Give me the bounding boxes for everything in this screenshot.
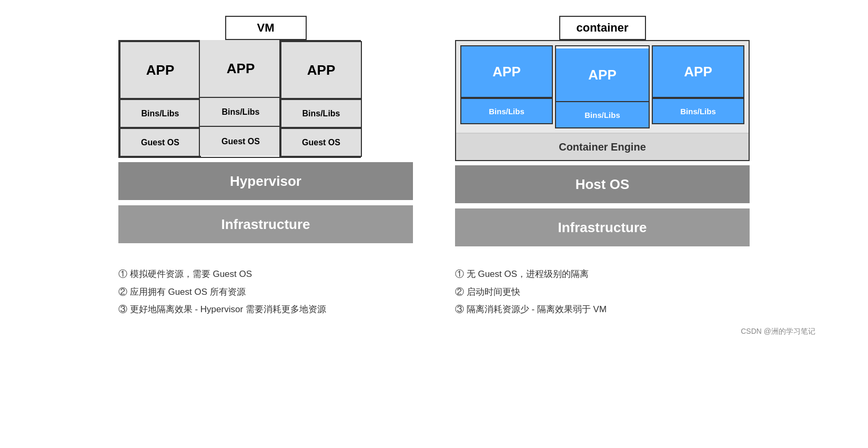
cont-bins-1: Bins/Libs <box>460 98 553 124</box>
cont-app-2: APP <box>556 48 649 101</box>
right-notes: ① 无 Guest OS，进程级别的隔离 ② 启动时间更快 ③ 隔离消耗资源少 … <box>455 267 750 316</box>
vm-app-3: APP <box>280 41 362 99</box>
right-note-1: ① 无 Guest OS，进程级别的隔离 <box>455 267 750 281</box>
left-note-1: ① 模拟硬件资源，需要 Guest OS <box>118 267 413 281</box>
vm-bins-1: Bins/Libs <box>119 99 201 128</box>
vm-app-2: APP <box>200 40 281 98</box>
container-badge: container <box>559 16 646 40</box>
container-diagram: container APP Bins/Libs <box>455 16 750 246</box>
right-note-2: ② 启动时间更快 <box>455 285 750 299</box>
left-note-3: ③ 更好地隔离效果 - Hypervisor 需要消耗更多地资源 <box>118 303 413 316</box>
vm-diagram: VM APP Bins/Libs Gues <box>118 16 413 243</box>
container-engine-bar: Container Engine <box>456 133 749 160</box>
right-note-3: ③ 隔离消耗资源少 - 隔离效果弱于 VM <box>455 303 750 316</box>
vm-label: VM <box>225 16 307 40</box>
cont-bins-3: Bins/Libs <box>652 98 744 124</box>
host-os-box: Host OS <box>455 165 750 203</box>
vm-infra-box: Infrastructure <box>118 205 413 243</box>
cont-infra-box: Infrastructure <box>455 208 750 246</box>
cont-app-3: APP <box>652 45 744 98</box>
left-notes: ① 模拟硬件资源，需要 Guest OS ② 应用拥有 Guest OS 所有资… <box>118 267 413 316</box>
hypervisor-box: Hypervisor <box>118 162 413 200</box>
vm-app-1: APP <box>119 41 201 99</box>
footer: CSDN @洲的学习笔记 <box>21 327 847 336</box>
vm-bins-3: Bins/Libs <box>280 99 362 128</box>
vm-guestos-3: Guest OS <box>280 128 362 157</box>
notes-section: ① 模拟硬件资源，需要 Guest OS ② 应用拥有 Guest OS 所有资… <box>21 267 847 316</box>
vm-guestos-1: Guest OS <box>119 128 201 157</box>
cont-bins-2: Bins/Libs <box>556 101 649 127</box>
cont-app-1: APP <box>460 45 553 98</box>
left-note-2: ② 应用拥有 Guest OS 所有资源 <box>118 285 413 299</box>
main-container: VM APP Bins/Libs Gues <box>21 16 847 246</box>
vm-bins-2: Bins/Libs <box>200 98 281 127</box>
vm-guestos-2: Guest OS <box>200 127 281 156</box>
